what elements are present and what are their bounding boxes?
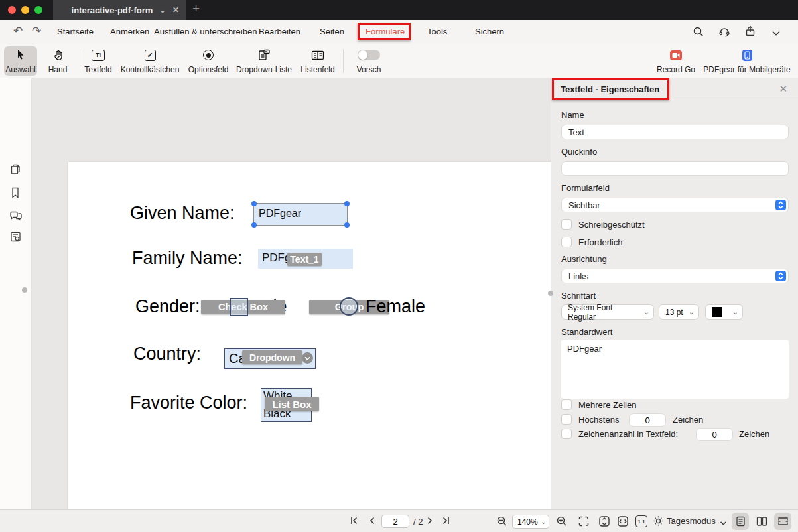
menu-startseite[interactable]: Startseite <box>57 27 94 36</box>
dropdown-arrow-icon[interactable] <box>302 352 313 364</box>
mehrere-zeilen-label: Mehrere Zeilen <box>578 400 636 410</box>
favorite-color-label: Favorite Color: <box>130 393 247 413</box>
zeichen-suffix: Zeichen <box>739 429 769 439</box>
single-page-view-button[interactable] <box>732 513 749 530</box>
actual-size-icon[interactable]: 1:1 <box>635 515 647 527</box>
minimize-window-button[interactable] <box>21 6 29 14</box>
next-page-icon[interactable] <box>425 515 435 529</box>
female-option-label: Female <box>366 297 425 317</box>
menu-bearbeiten[interactable]: Bearbeiten <box>259 27 300 36</box>
panel-close-icon[interactable]: ✕ <box>779 83 787 95</box>
record-go-button[interactable]: Record Go <box>654 46 698 76</box>
zoom-level-select[interactable]: 140% ⌄ <box>512 515 549 529</box>
ausrichtung-select[interactable]: Links <box>561 269 789 283</box>
selection-handle[interactable] <box>344 201 350 206</box>
quickinfo-label: Quickinfo <box>561 147 597 157</box>
listenfeld-tool-button[interactable]: Listenfeld <box>297 46 338 76</box>
menubar: ↶ ↷ Startseite Anmerken Ausfüllen & unte… <box>0 20 798 44</box>
radio-button-icon <box>203 48 214 62</box>
sidebar-resize-handle[interactable] <box>22 287 27 293</box>
listbox-field-badge: List Box <box>265 397 319 411</box>
page-number-input[interactable] <box>381 515 409 528</box>
ausrichtung-label: Ausrichtung <box>561 254 607 264</box>
zoom-in-icon[interactable] <box>556 515 568 530</box>
toggle-off-icon[interactable] <box>358 48 380 62</box>
panel-title-annotation-box <box>552 78 669 100</box>
panel-resize-handle[interactable] <box>548 291 553 296</box>
zoom-window-button[interactable] <box>34 6 42 14</box>
gender-label: Gender: <box>135 297 200 317</box>
redo-icon[interactable]: ↷ <box>32 24 41 38</box>
font-color-select[interactable]: ⌄ <box>705 304 743 320</box>
menu-seiten[interactable]: Seiten <box>320 27 344 36</box>
color-swatch-black <box>712 307 722 317</box>
name-input[interactable] <box>561 125 789 139</box>
quickinfo-input[interactable] <box>561 161 789 176</box>
erforderlich-label: Erforderlich <box>578 237 622 247</box>
properties-panel: Textfeld - Eigenschaften ✕ Name Quickinf… <box>551 78 798 509</box>
hand-tool-button[interactable]: Hand <box>41 46 74 76</box>
list-box-icon <box>311 48 324 62</box>
previous-page-icon[interactable] <box>367 515 377 529</box>
schreibgeschuetzt-checkbox[interactable] <box>561 219 572 230</box>
formulare-annotation-box <box>358 23 411 40</box>
optionsfeld-tool-button[interactable]: Optionsfeld <box>187 46 230 76</box>
standardwert-label: Standardwert <box>561 327 612 337</box>
textfeld-tool-button[interactable]: TI Textfeld <box>82 46 114 76</box>
mehrere-zeilen-checkbox[interactable] <box>561 399 572 410</box>
chevron-down-icon: ⌄ <box>643 308 649 316</box>
selection-handle[interactable] <box>251 201 257 206</box>
new-tab-button[interactable]: + <box>192 1 200 16</box>
dropdown-liste-tool-button[interactable]: Dropdown-Liste <box>233 46 295 76</box>
day-mode-label[interactable]: Tagesmodus <box>667 516 716 526</box>
menu-anmerken[interactable]: Anmerken <box>110 27 149 36</box>
last-page-icon[interactable] <box>440 515 451 529</box>
tab-chevron-down-icon[interactable]: ⌄ <box>159 5 166 15</box>
statusbar: / 2 140% ⌄ 1:1 Tagesmodus <box>0 509 798 532</box>
selection-handle[interactable] <box>251 222 257 228</box>
auswahl-tool-button[interactable]: Auswahl <box>4 46 37 76</box>
sun-day-mode-icon <box>653 515 664 529</box>
close-window-button[interactable] <box>8 6 16 14</box>
tab-close-icon[interactable]: ✕ <box>172 5 179 15</box>
font-size-select[interactable]: 13 pt ⌄ <box>659 304 699 320</box>
zeichenanzahl-checkbox[interactable] <box>561 429 572 439</box>
kontrollkaestchen-tool-button[interactable]: ✓ Kontrollkästchen <box>118 46 182 76</box>
share-icon[interactable] <box>744 25 756 40</box>
comments-icon[interactable] <box>9 210 23 224</box>
fit-height-icon[interactable] <box>598 515 610 530</box>
hoechstens-input[interactable] <box>629 413 666 427</box>
menu-tools[interactable]: Tools <box>427 27 447 36</box>
dropdown-field-badge: Dropdown <box>242 350 302 364</box>
font-name-select[interactable]: System Font Regular ⌄ <box>561 304 654 320</box>
female-radio[interactable] <box>340 297 358 316</box>
support-headset-icon[interactable] <box>718 26 730 40</box>
zoom-out-icon[interactable] <box>496 515 508 530</box>
continuous-scroll-view-button[interactable] <box>774 513 791 530</box>
select-stepper-icon <box>775 200 786 210</box>
search-document-icon[interactable] <box>9 231 22 246</box>
male-checkbox[interactable] <box>230 298 248 316</box>
bookmarks-icon[interactable] <box>9 186 21 202</box>
menu-sichern[interactable]: Sichern <box>475 27 504 36</box>
given-name-field[interactable]: PDFgear <box>253 203 348 226</box>
preview-toggle-button[interactable]: Vorsch <box>350 46 387 76</box>
page-thumbnails-icon[interactable] <box>9 163 22 178</box>
fit-screen-icon[interactable] <box>578 515 590 530</box>
pdfgear-mobile-button[interactable]: PDFgear für Mobilgeräte <box>702 46 792 76</box>
selection-handle[interactable] <box>344 222 350 228</box>
formularfeld-select[interactable]: Sichtbar <box>561 198 789 212</box>
document-tab[interactable]: interactive-pdf-form ⌄ ✕ <box>53 0 186 20</box>
menu-ausfuellen[interactable]: Ausfüllen & unterschreiben <box>154 27 257 36</box>
toolbar-collapse-chevron-icon[interactable] <box>771 28 781 40</box>
standardwert-textarea[interactable]: PDFgear <box>561 340 789 399</box>
erforderlich-checkbox[interactable] <box>561 237 572 247</box>
first-page-icon[interactable] <box>349 515 360 529</box>
fit-width-icon[interactable] <box>617 515 629 530</box>
search-icon[interactable] <box>693 26 704 40</box>
day-mode-chevron-icon[interactable] <box>719 517 728 529</box>
two-page-view-button[interactable] <box>753 513 770 530</box>
undo-icon[interactable]: ↶ <box>13 24 23 38</box>
hoechstens-checkbox[interactable] <box>561 414 572 425</box>
zeichenanzahl-input[interactable] <box>696 428 733 441</box>
